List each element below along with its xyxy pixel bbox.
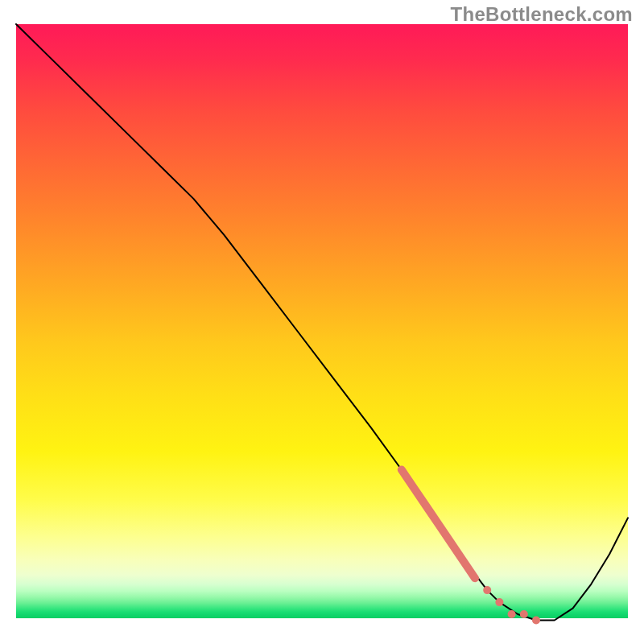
highlight-segment-path	[402, 470, 475, 579]
highlight-dot	[532, 617, 540, 625]
plot-area	[16, 24, 628, 626]
bottleneck-curve-path	[16, 24, 628, 621]
chart-overlay	[16, 24, 628, 626]
highlight-dot	[495, 598, 503, 606]
highlight-dot	[483, 586, 491, 594]
chart-stage: TheBottleneck.com	[0, 0, 644, 644]
highlight-dot	[520, 610, 528, 618]
highlight-dot	[508, 610, 516, 618]
watermark-label: TheBottleneck.com	[451, 3, 633, 26]
